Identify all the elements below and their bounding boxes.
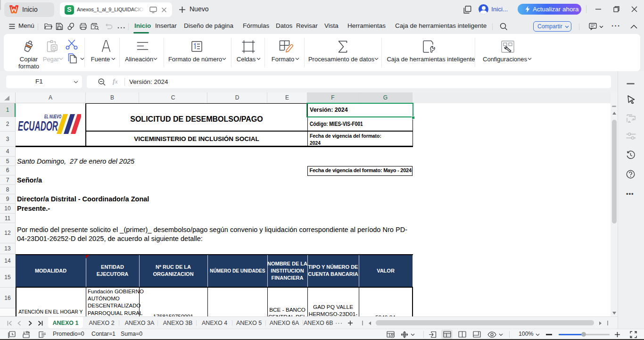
svg-text:VB: VB [25,331,30,334]
svg-text:ECUADOR: ECUADOR [18,118,58,133]
